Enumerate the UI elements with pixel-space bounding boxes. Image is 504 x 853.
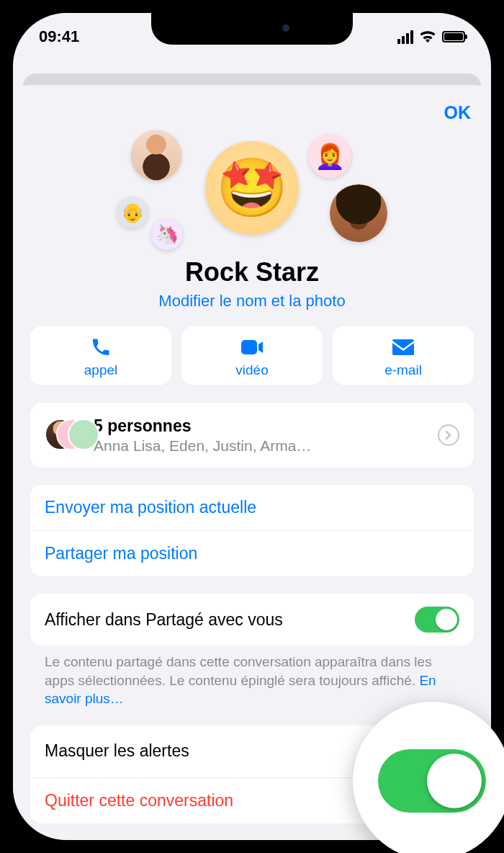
share-location-row[interactable]: Partager ma position xyxy=(30,530,474,576)
shared-with-you-toggle[interactable] xyxy=(415,607,459,633)
hide-alerts-toggle-callout xyxy=(353,702,504,853)
battery-icon xyxy=(442,31,465,43)
member-avatar xyxy=(330,184,387,242)
phone-icon xyxy=(91,336,110,358)
call-button[interactable]: appel xyxy=(30,326,171,385)
group-photo: 🤩 xyxy=(205,141,299,235)
cellular-signal-icon xyxy=(397,30,413,44)
svg-rect-0 xyxy=(241,340,257,354)
send-current-location-row[interactable]: Envoyer ma position actuelle xyxy=(30,485,474,530)
done-button[interactable]: OK xyxy=(444,102,472,123)
member-avatar xyxy=(131,130,181,181)
share-location-label: Partager ma position xyxy=(45,544,197,563)
members-count: 5 personnes xyxy=(94,416,311,436)
email-button[interactable]: e-mail xyxy=(333,326,474,385)
member-avatar: 🦄 xyxy=(151,218,183,250)
edit-name-photo-link[interactable]: Modifier le nom et la photo xyxy=(30,292,474,311)
group-name: Rock Starz xyxy=(30,257,474,287)
status-time: 09:41 xyxy=(39,27,79,46)
video-label: vidéo xyxy=(235,362,268,378)
member-avatar: 👴 xyxy=(117,197,148,228)
group-avatar-cluster[interactable]: 👴 🦄 🤩 👩‍🦰 xyxy=(30,130,474,253)
leave-conversation-label: Quitter cette conversation xyxy=(45,791,233,810)
shared-with-you-footnote: Le contenu partagé dans cette conversati… xyxy=(30,646,474,708)
wifi-icon xyxy=(419,30,436,43)
mail-icon xyxy=(392,336,414,358)
hide-alerts-label: Masquer les alertes xyxy=(45,741,189,761)
members-avatars-stack xyxy=(45,416,84,455)
call-label: appel xyxy=(84,362,118,378)
shared-with-you-label: Afficher dans Partagé avec vous xyxy=(45,610,283,630)
device-notch xyxy=(151,13,353,45)
send-current-location-label: Envoyer ma position actuelle xyxy=(45,498,256,517)
video-button[interactable]: vidéo xyxy=(181,326,323,385)
chevron-right-icon xyxy=(438,424,459,446)
members-names-preview: Anna Lisa, Eden, Justin, Arma… xyxy=(94,437,311,455)
toggle-on-magnified xyxy=(378,749,486,813)
shared-with-you-row[interactable]: Afficher dans Partagé avec vous xyxy=(30,594,474,646)
member-avatar: 👩‍🦰 xyxy=(308,135,351,178)
video-icon xyxy=(240,336,264,358)
members-row[interactable]: 5 personnes Anna Lisa, Eden, Justin, Arm… xyxy=(30,403,474,468)
email-label: e-mail xyxy=(384,362,422,378)
